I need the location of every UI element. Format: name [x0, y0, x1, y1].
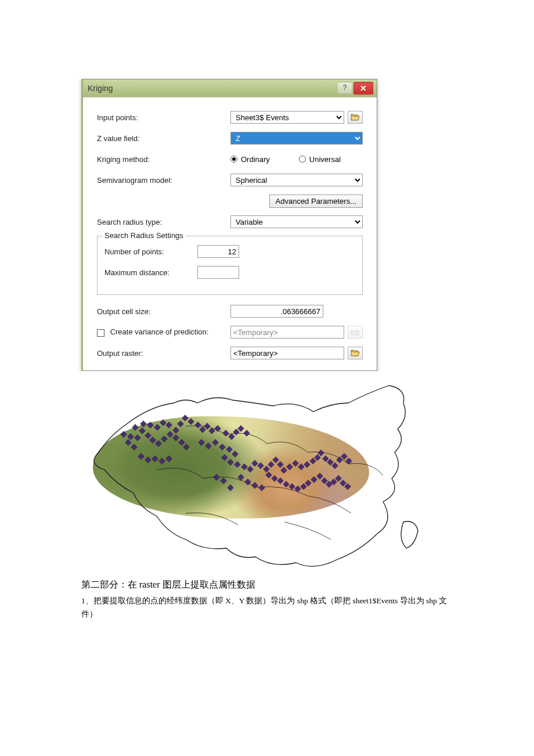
sample-point [200, 427, 205, 432]
dialog-title: Kriging [88, 84, 113, 93]
sample-point [196, 423, 200, 427]
label-z-value: Z value field: [97, 134, 230, 143]
sample-point [153, 456, 157, 461]
map-result-image [81, 371, 460, 571]
sample-point [282, 468, 286, 473]
sample-point [155, 425, 160, 430]
sample-point [336, 476, 341, 481]
sample-point [242, 465, 247, 469]
sample-point [132, 445, 136, 449]
sample-point [319, 451, 323, 455]
output-cell-input[interactable] [230, 305, 323, 318]
sample-point [323, 456, 328, 461]
sample-point [345, 484, 350, 489]
sample-point [284, 482, 288, 487]
radio-universal[interactable]: Universal [299, 155, 341, 164]
sample-point [328, 460, 333, 465]
search-radius-type-select[interactable]: Variable [230, 215, 363, 228]
sample-point [278, 478, 283, 483]
sample-point [174, 428, 178, 433]
label-num-points: Number of points: [104, 247, 197, 256]
sample-point [331, 480, 336, 484]
label-output-cell: Output cell size: [97, 307, 230, 316]
sample-point [252, 461, 257, 466]
sample-point [333, 463, 337, 468]
advanced-parameters-button[interactable]: Advanced Parameters... [269, 195, 363, 208]
sample-point [178, 422, 183, 426]
sample-point [248, 467, 252, 471]
label-output-raster: Output raster: [97, 349, 230, 358]
sample-point [259, 485, 264, 490]
sample-point [210, 429, 214, 433]
sample-point [299, 465, 304, 469]
sample-point [239, 426, 243, 431]
label-max-distance: Maximum distance: [104, 268, 197, 277]
sample-point [337, 458, 342, 462]
sample-point [168, 432, 172, 437]
sample-point [189, 419, 193, 424]
sample-point [128, 434, 133, 439]
sample-point [227, 447, 232, 452]
sample-point [273, 458, 278, 462]
semivariogram-select[interactable]: Spherical [230, 174, 363, 186]
sample-point [146, 433, 150, 438]
create-variance-checkbox[interactable] [97, 329, 104, 337]
sample-point [287, 465, 292, 469]
input-points-select[interactable]: Sheet3$ Events [230, 111, 344, 124]
section-2-body: 1、把要提取信息的点的经纬度数据（即 X、Y 数据）导出为 shp 格式（即把 … [81, 595, 455, 621]
label-search-radius-type: Search radius type: [97, 218, 230, 226]
output-raster-input[interactable] [230, 347, 344, 359]
titlebar: Kriging ? ✕ [83, 80, 377, 97]
sample-point [174, 435, 178, 440]
sample-point [228, 460, 233, 465]
browse-input-points[interactable] [348, 111, 363, 124]
sample-point [228, 485, 233, 490]
search-radius-settings-fieldset: Search Radius Settings Number of points:… [97, 236, 363, 295]
sample-point [342, 454, 347, 459]
label-semivariogram: Semivariogram model: [97, 176, 230, 185]
folder-open-icon [351, 113, 360, 121]
sample-point [235, 462, 240, 467]
sample-point [215, 426, 220, 431]
sample-point [156, 441, 161, 446]
sample-point [293, 461, 298, 466]
sample-point [290, 484, 294, 489]
sample-point [252, 483, 257, 488]
help-button[interactable]: ? [337, 82, 352, 93]
sample-point [167, 456, 171, 461]
sample-point [133, 425, 138, 430]
sample-point [269, 462, 273, 467]
sample-point [229, 434, 234, 439]
label-create-variance: Create variance of prediction: [97, 327, 230, 336]
fieldset-legend: Search Radius Settings [102, 231, 186, 240]
sample-point [341, 481, 345, 485]
sample-point [272, 476, 277, 481]
sample-point [146, 458, 150, 462]
sample-point [223, 431, 228, 435]
radio-dot-icon [299, 156, 306, 163]
sample-point [160, 459, 164, 463]
label-input-points: Input points: [97, 113, 230, 122]
sample-point [140, 429, 145, 433]
num-points-input[interactable] [197, 245, 239, 258]
sample-point [306, 481, 311, 485]
sample-point [121, 432, 126, 437]
sample-point [322, 478, 327, 483]
browse-output-raster[interactable] [348, 347, 363, 359]
radio-dot-icon [230, 156, 237, 163]
sample-point [239, 475, 243, 480]
label-kriging-method: Kriging method: [97, 155, 230, 164]
sample-point [266, 473, 271, 477]
sample-point [312, 477, 316, 482]
radio-ordinary[interactable]: Ordinary [230, 155, 270, 164]
sample-point [278, 462, 283, 467]
sample-point [233, 452, 237, 456]
sample-point [317, 474, 322, 478]
sample-point [162, 437, 167, 441]
sample-point [347, 459, 351, 463]
close-button[interactable]: ✕ [353, 82, 373, 95]
max-distance-input[interactable] [197, 266, 239, 279]
z-value-select[interactable]: Z [230, 132, 363, 145]
sample-point [295, 487, 300, 491]
sample-point [148, 423, 153, 427]
